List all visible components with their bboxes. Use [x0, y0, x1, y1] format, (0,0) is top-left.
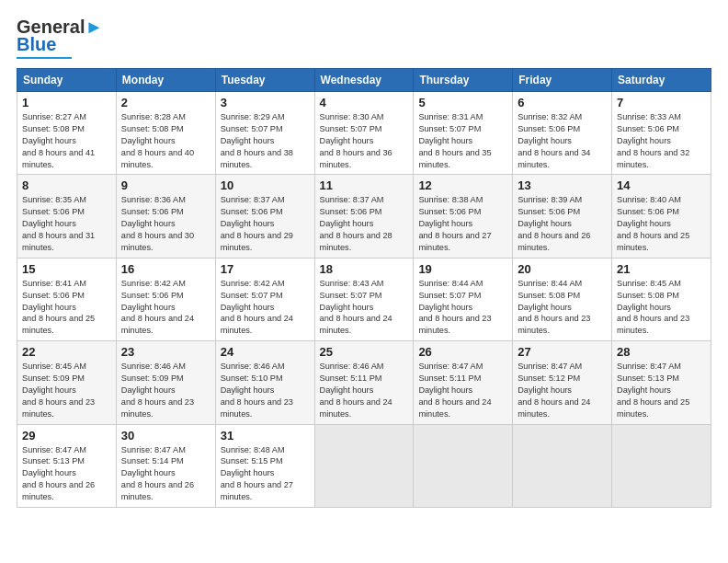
day-number: 11: [320, 178, 409, 192]
cell-text: Sunrise: 8:42 AMSunset: 5:06 PMDaylight …: [121, 279, 194, 336]
cell-text: Sunrise: 8:37 AMSunset: 5:06 PMDaylight …: [221, 195, 293, 252]
day-number: 28: [617, 345, 706, 359]
calendar-body: 1Sunrise: 8:27 AMSunset: 5:08 PMDaylight…: [17, 92, 711, 508]
calendar-cell: 21Sunrise: 8:45 AMSunset: 5:08 PMDayligh…: [612, 258, 711, 340]
cell-text: Sunrise: 8:47 AMSunset: 5:12 PMDaylight …: [518, 362, 590, 419]
cell-text: Sunrise: 8:46 AMSunset: 5:09 PMDaylight …: [121, 362, 194, 419]
calendar-cell: 18Sunrise: 8:43 AMSunset: 5:07 PMDayligh…: [314, 258, 414, 340]
calendar-cell: 11Sunrise: 8:37 AMSunset: 5:06 PMDayligh…: [314, 175, 414, 258]
page: General► Blue SundayMondayTuesdayWednesd…: [0, 0, 728, 563]
day-number: 7: [617, 96, 706, 109]
day-number: 1: [22, 96, 111, 109]
calendar-cell: 1Sunrise: 8:27 AMSunset: 5:08 PMDaylight…: [17, 92, 117, 175]
calendar-cell: 24Sunrise: 8:46 AMSunset: 5:10 PMDayligh…: [215, 341, 314, 424]
logo-underline: [17, 57, 72, 59]
day-number: 20: [518, 262, 607, 276]
cell-text: Sunrise: 8:37 AMSunset: 5:06 PMDaylight …: [320, 195, 392, 252]
calendar-cell: 15Sunrise: 8:41 AMSunset: 5:06 PMDayligh…: [17, 258, 117, 340]
calendar-cell: 29Sunrise: 8:47 AMSunset: 5:13 PMDayligh…: [17, 424, 117, 507]
calendar-cell: 13Sunrise: 8:39 AMSunset: 5:06 PMDayligh…: [513, 175, 612, 258]
calendar-cell: 27Sunrise: 8:47 AMSunset: 5:12 PMDayligh…: [513, 341, 612, 424]
cell-text: Sunrise: 8:41 AMSunset: 5:06 PMDaylight …: [22, 279, 95, 336]
day-number: 24: [221, 345, 310, 359]
day-number: 18: [320, 262, 409, 276]
cell-text: Sunrise: 8:47 AMSunset: 5:13 PMDaylight …: [22, 445, 95, 502]
day-number: 31: [221, 429, 310, 442]
day-number: 19: [418, 262, 507, 276]
calendar-cell: 22Sunrise: 8:45 AMSunset: 5:09 PMDayligh…: [17, 341, 117, 424]
calendar-table: SundayMondayTuesdayWednesdayThursdayFrid…: [17, 68, 711, 508]
day-number: 29: [22, 429, 111, 442]
day-number: 9: [121, 178, 210, 192]
day-number: 4: [320, 96, 409, 109]
cell-text: Sunrise: 8:40 AMSunset: 5:06 PMDaylight …: [617, 195, 689, 252]
dow-header-friday: Friday: [513, 69, 612, 92]
day-number: 23: [121, 345, 210, 359]
dow-header-thursday: Thursday: [414, 69, 513, 92]
calendar-cell: 19Sunrise: 8:44 AMSunset: 5:07 PMDayligh…: [414, 258, 513, 340]
calendar-cell: 4Sunrise: 8:30 AMSunset: 5:07 PMDaylight…: [314, 92, 414, 175]
calendar-cell: 23Sunrise: 8:46 AMSunset: 5:09 PMDayligh…: [116, 341, 215, 424]
cell-text: Sunrise: 8:27 AMSunset: 5:08 PMDaylight …: [22, 112, 95, 169]
calendar-cell: 7Sunrise: 8:33 AMSunset: 5:06 PMDaylight…: [612, 92, 711, 175]
day-number: 14: [617, 178, 706, 192]
cell-text: Sunrise: 8:44 AMSunset: 5:07 PMDaylight …: [418, 279, 491, 336]
calendar-cell: 12Sunrise: 8:38 AMSunset: 5:06 PMDayligh…: [414, 175, 513, 258]
day-number: 12: [418, 178, 507, 192]
day-number: 21: [617, 262, 706, 276]
calendar-cell: 10Sunrise: 8:37 AMSunset: 5:06 PMDayligh…: [215, 175, 314, 258]
cell-text: Sunrise: 8:38 AMSunset: 5:06 PMDaylight …: [418, 195, 491, 252]
cell-text: Sunrise: 8:32 AMSunset: 5:06 PMDaylight …: [518, 112, 590, 169]
calendar-cell: 5Sunrise: 8:31 AMSunset: 5:07 PMDaylight…: [414, 92, 513, 175]
day-number: 30: [121, 429, 210, 442]
day-number: 8: [22, 178, 111, 192]
day-number: 5: [418, 96, 507, 109]
day-number: 17: [221, 262, 310, 276]
cell-text: Sunrise: 8:33 AMSunset: 5:06 PMDaylight …: [617, 112, 689, 169]
day-number: 3: [221, 96, 310, 109]
day-number: 15: [22, 262, 111, 276]
calendar-cell: 8Sunrise: 8:35 AMSunset: 5:06 PMDaylight…: [17, 175, 117, 258]
day-number: 13: [518, 178, 607, 192]
cell-text: Sunrise: 8:43 AMSunset: 5:07 PMDaylight …: [320, 279, 392, 336]
calendar-cell: 9Sunrise: 8:36 AMSunset: 5:06 PMDaylight…: [116, 175, 215, 258]
calendar-cell: [314, 424, 414, 507]
day-number: 10: [221, 178, 310, 192]
calendar-week-1: 1Sunrise: 8:27 AMSunset: 5:08 PMDaylight…: [17, 92, 711, 175]
days-of-week-row: SundayMondayTuesdayWednesdayThursdayFrid…: [17, 69, 711, 92]
day-number: 16: [121, 262, 210, 276]
cell-text: Sunrise: 8:47 AMSunset: 5:13 PMDaylight …: [617, 362, 689, 419]
dow-header-monday: Monday: [116, 69, 215, 92]
cell-text: Sunrise: 8:28 AMSunset: 5:08 PMDaylight …: [121, 112, 194, 169]
calendar-cell: 3Sunrise: 8:29 AMSunset: 5:07 PMDaylight…: [215, 92, 314, 175]
cell-text: Sunrise: 8:45 AMSunset: 5:08 PMDaylight …: [617, 279, 689, 336]
calendar-cell: 25Sunrise: 8:46 AMSunset: 5:11 PMDayligh…: [314, 341, 414, 424]
dow-header-sunday: Sunday: [17, 69, 117, 92]
cell-text: Sunrise: 8:46 AMSunset: 5:11 PMDaylight …: [320, 362, 392, 419]
cell-text: Sunrise: 8:48 AMSunset: 5:15 PMDaylight …: [221, 445, 293, 502]
cell-text: Sunrise: 8:47 AMSunset: 5:14 PMDaylight …: [121, 445, 194, 502]
calendar-cell: 2Sunrise: 8:28 AMSunset: 5:08 PMDaylight…: [116, 92, 215, 175]
cell-text: Sunrise: 8:35 AMSunset: 5:06 PMDaylight …: [22, 195, 95, 252]
day-number: 22: [22, 345, 111, 359]
calendar-cell: 28Sunrise: 8:47 AMSunset: 5:13 PMDayligh…: [612, 341, 711, 424]
calendar-cell: 31Sunrise: 8:48 AMSunset: 5:15 PMDayligh…: [215, 424, 314, 507]
calendar-week-5: 29Sunrise: 8:47 AMSunset: 5:13 PMDayligh…: [17, 424, 711, 507]
calendar-cell: 14Sunrise: 8:40 AMSunset: 5:06 PMDayligh…: [612, 175, 711, 258]
calendar-cell: [612, 424, 711, 507]
header: General► Blue: [17, 17, 711, 59]
day-number: 27: [518, 345, 607, 359]
calendar-cell: 16Sunrise: 8:42 AMSunset: 5:06 PMDayligh…: [116, 258, 215, 340]
calendar-week-2: 8Sunrise: 8:35 AMSunset: 5:06 PMDaylight…: [17, 175, 711, 258]
calendar-week-3: 15Sunrise: 8:41 AMSunset: 5:06 PMDayligh…: [17, 258, 711, 340]
calendar-cell: 20Sunrise: 8:44 AMSunset: 5:08 PMDayligh…: [513, 258, 612, 340]
logo: General► Blue: [17, 17, 103, 59]
day-number: 25: [320, 345, 409, 359]
cell-text: Sunrise: 8:44 AMSunset: 5:08 PMDaylight …: [518, 279, 590, 336]
cell-text: Sunrise: 8:29 AMSunset: 5:07 PMDaylight …: [221, 112, 293, 169]
calendar-cell: [414, 424, 513, 507]
logo-blue: Blue: [17, 34, 56, 55]
cell-text: Sunrise: 8:46 AMSunset: 5:10 PMDaylight …: [221, 362, 293, 419]
cell-text: Sunrise: 8:47 AMSunset: 5:11 PMDaylight …: [418, 362, 491, 419]
dow-header-saturday: Saturday: [612, 69, 711, 92]
